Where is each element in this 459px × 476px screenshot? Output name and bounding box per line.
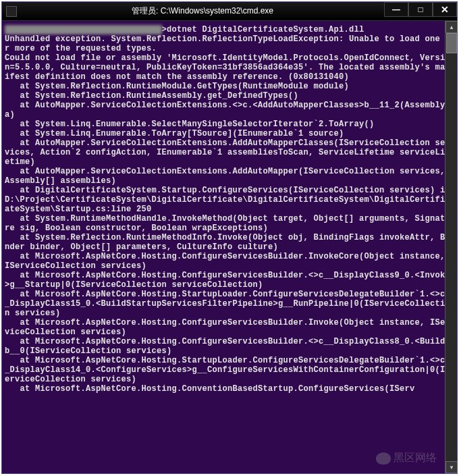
scroll-down-button[interactable]: ▼ [446,461,458,473]
watermark-text: 黑区网络 [394,451,437,465]
minimize-button[interactable]: — [384,2,408,17]
redacted-path: I XXXXXXXXXXXXXXXXXXXXXXXXXXXXX [5,25,162,34]
watermark-icon [376,452,391,465]
scroll-thumb[interactable] [446,33,457,53]
close-button[interactable]: ✕ [433,2,457,17]
terminal-output: I XXXXXXXXXXXXXXXXXXXXXXXXXXXXX>dotnet D… [5,25,454,394]
terminal-body[interactable]: I XXXXXXXXXXXXXXXXXXXXXXXXXXXXX>dotnet D… [2,21,457,473]
app-icon [6,6,17,17]
watermark: 黑区网络 [376,451,437,465]
cmd-window: 管理员: C:\Windows\system32\cmd.exe — □ ✕ I… [1,1,458,474]
window-title: 管理员: C:\Windows\system32\cmd.exe [21,5,384,17]
scroll-up-button[interactable]: ▲ [446,21,458,33]
titlebar[interactable]: 管理员: C:\Windows\system32\cmd.exe — □ ✕ [2,2,457,21]
maximize-button[interactable]: □ [408,2,433,17]
window-controls: — □ ✕ [384,2,457,20]
vertical-scrollbar[interactable]: ▲ ▼ [445,21,457,473]
